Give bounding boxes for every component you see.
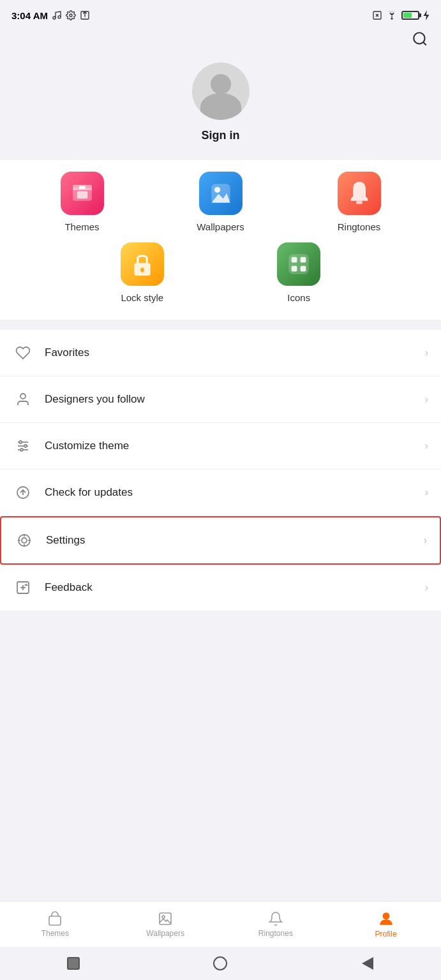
- chevron-icon: ›: [425, 394, 428, 405]
- avatar[interactable]: [192, 63, 250, 120]
- svg-rect-26: [301, 266, 306, 272]
- search-icon[interactable]: [412, 31, 428, 47]
- back-icon: [362, 957, 373, 970]
- svg-point-37: [22, 538, 27, 543]
- sliders-icon: [13, 436, 33, 456]
- svg-rect-25: [292, 266, 297, 272]
- nav-item-themes[interactable]: Themes: [0, 911, 110, 938]
- circle-icon: [213, 956, 227, 970]
- grid-section: Themes Wallpapers Ringtones: [0, 160, 441, 320]
- icons-label: Icons: [287, 292, 310, 303]
- nav-item-profile[interactable]: Profile: [331, 910, 441, 939]
- ringtones-icon: [338, 172, 381, 215]
- square-icon: [67, 957, 80, 970]
- svg-point-33: [20, 449, 23, 451]
- icons-svg: [285, 251, 312, 278]
- favorites-label: Favorites: [45, 346, 425, 359]
- grid-item-icons[interactable]: Icons: [260, 242, 337, 303]
- wallpapers-icon: [199, 172, 243, 215]
- svg-rect-45: [49, 916, 61, 925]
- target-icon: [14, 530, 34, 551]
- svg-marker-9: [424, 10, 430, 20]
- search-row: [0, 28, 441, 52]
- grid-item-lockstyle[interactable]: Lock style: [104, 242, 181, 303]
- upload-circle-icon: [13, 482, 33, 503]
- music-icon: [52, 10, 62, 20]
- edit-box-icon: [13, 577, 33, 598]
- svg-point-17: [214, 187, 220, 193]
- svg-point-0: [53, 17, 56, 19]
- nav-item-wallpapers[interactable]: Wallpapers: [110, 911, 221, 938]
- grid-item-wallpapers[interactable]: Wallpapers: [183, 172, 259, 232]
- nav-themes-label: Themes: [41, 929, 69, 938]
- back-button[interactable]: [356, 952, 379, 975]
- svg-rect-14: [77, 191, 87, 199]
- recent-apps-button[interactable]: [62, 952, 85, 975]
- svg-point-8: [391, 18, 393, 20]
- svg-line-11: [423, 42, 426, 45]
- battery-icon: [401, 11, 419, 20]
- menu-item-feedback[interactable]: Feedback ›: [0, 565, 441, 611]
- customize-label: Customize theme: [45, 440, 425, 452]
- feedback-label: Feedback: [45, 581, 425, 594]
- person-icon: [13, 389, 33, 410]
- svg-point-31: [19, 441, 22, 443]
- svg-rect-21: [140, 267, 144, 272]
- wifi-icon: [386, 11, 398, 20]
- icons-icon: [277, 242, 320, 286]
- svg-rect-15: [79, 186, 86, 189]
- svg-rect-23: [292, 257, 297, 263]
- lockstyle-icon: [121, 242, 164, 286]
- svg-point-48: [382, 912, 389, 919]
- grid-item-ringtones[interactable]: Ringtones: [321, 172, 398, 232]
- status-bar: 3:04 AM: [0, 0, 441, 28]
- menu-item-designers[interactable]: Designers you follow ›: [0, 376, 441, 423]
- chevron-icon: ›: [425, 582, 428, 593]
- home-button[interactable]: [209, 952, 232, 975]
- menu-section: Favorites › Designers you follow › Custo…: [0, 330, 441, 611]
- themes-icon: [61, 172, 104, 215]
- svg-point-47: [162, 916, 165, 918]
- themes-svg: [70, 181, 95, 206]
- menu-item-favorites[interactable]: Favorites ›: [0, 330, 441, 376]
- svg-rect-22: [289, 254, 310, 274]
- svg-point-32: [24, 445, 27, 447]
- menu-item-updates[interactable]: Check for updates ›: [0, 470, 441, 516]
- time: 3:04 AM: [11, 10, 48, 21]
- chevron-icon: ›: [425, 487, 428, 498]
- bolt-icon: [423, 10, 430, 20]
- designers-label: Designers you follow: [45, 393, 425, 406]
- avatar-person: [192, 63, 250, 120]
- svg-rect-24: [301, 257, 306, 263]
- menu-item-settings[interactable]: Settings ›: [0, 516, 441, 565]
- ringtones-label: Ringtones: [338, 221, 381, 232]
- wallpapers-label: Wallpapers: [197, 221, 244, 232]
- menu-item-customize[interactable]: Customize theme ›: [0, 423, 441, 470]
- svg-point-2: [70, 14, 72, 17]
- nav-item-ringtones[interactable]: Ringtones: [221, 911, 331, 938]
- updates-label: Check for updates: [45, 486, 425, 499]
- lockstyle-svg: [131, 250, 154, 278]
- wallpapers-nav-icon: [158, 911, 173, 926]
- avatar-head: [211, 74, 231, 94]
- svg-rect-19: [356, 201, 363, 204]
- sys-nav: [0, 947, 441, 980]
- wallpapers-svg: [207, 179, 235, 207]
- status-left: 3:04 AM: [11, 10, 90, 21]
- sign-in-label[interactable]: Sign in: [202, 129, 240, 142]
- ringtones-nav-icon: [268, 911, 283, 926]
- gear-icon: [66, 10, 76, 20]
- nav-ringtones-label: Ringtones: [258, 929, 293, 938]
- grid-item-themes[interactable]: Themes: [44, 172, 121, 232]
- grid-row-1: Themes Wallpapers Ringtones: [0, 172, 441, 232]
- themes-label: Themes: [64, 221, 99, 232]
- chevron-icon: ›: [424, 535, 427, 546]
- avatar-body: [200, 93, 241, 120]
- nav-profile-label: Profile: [375, 930, 397, 939]
- chevron-icon: ›: [425, 347, 428, 359]
- profile-header: Sign in: [0, 52, 441, 160]
- ringtones-svg: [347, 179, 372, 207]
- themes-nav-icon: [47, 911, 63, 926]
- chevron-icon: ›: [425, 440, 428, 452]
- bottom-nav: Themes Wallpapers Ringtones Profile: [0, 901, 441, 947]
